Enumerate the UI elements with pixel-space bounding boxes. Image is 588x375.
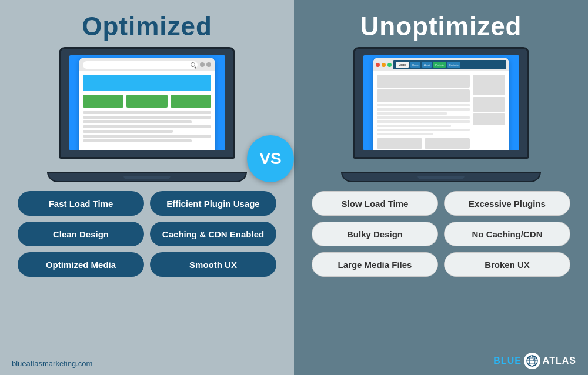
- content-text-lines: [83, 111, 211, 142]
- nav-dot-yellow: [382, 63, 386, 67]
- nav-logo: Logo: [396, 62, 409, 68]
- laptop-base-right: [341, 172, 541, 182]
- badge-large-media: Large Media Files: [312, 252, 438, 277]
- green-bar-2: [126, 95, 167, 108]
- content-main-right: [377, 75, 470, 149]
- browser-search-left: [83, 61, 198, 69]
- nav-dot-green: [387, 63, 392, 67]
- nav-menu-bar: Logo Home About Portfolio Contacts: [393, 60, 506, 69]
- browser-content-right: [373, 71, 509, 150]
- main-text-6: [377, 125, 451, 127]
- main-text-8: [377, 133, 433, 135]
- browser-dots-left: [200, 62, 211, 67]
- bottom-block-2: [425, 138, 470, 149]
- main-text-3: [377, 112, 447, 115]
- badge-excessive-plugins: Excessive Plugins: [444, 191, 570, 216]
- right-panel: Unoptimized Logo Home About Portfolio: [294, 0, 588, 375]
- sidebar-block-2: [473, 97, 505, 112]
- optimized-badges-grid: Fast Load Time Efficient Plugin Usage Cl…: [12, 191, 282, 277]
- nav-about: About: [422, 62, 432, 68]
- green-bar-1: [83, 95, 123, 108]
- badge-optimized-media: Optimized Media: [18, 252, 144, 277]
- content-green-bars: [83, 95, 211, 108]
- unoptimized-laptop: Logo Home About Portfolio Contacts: [341, 47, 541, 182]
- text-line-4: [83, 125, 211, 128]
- vs-label: VS: [259, 149, 281, 168]
- content-sidebar-right: [473, 75, 505, 149]
- nav-contacts: Contacts: [447, 62, 460, 68]
- nav-dot-red: [376, 63, 380, 67]
- text-line-2: [83, 116, 211, 119]
- badge-no-caching: No Caching/CDN: [444, 222, 570, 246]
- badge-efficient-plugin: Efficient Plugin Usage: [150, 191, 276, 216]
- browser-bar-left: [79, 58, 215, 71]
- badge-slow-load: Slow Load Time: [312, 191, 438, 216]
- browser-mockup-right: Logo Home About Portfolio Contacts: [373, 58, 509, 150]
- laptop-screen-outer-left: [59, 47, 235, 159]
- logo-blue-text: BLUE: [493, 356, 522, 366]
- browser-nav-bar: Logo Home About Portfolio Contacts: [373, 58, 509, 71]
- laptop-screen-outer-right: Logo Home About Portfolio Contacts: [353, 47, 529, 159]
- browser-content-left: [79, 71, 215, 146]
- browser-mockup-left: [79, 58, 215, 150]
- badge-clean-design: Clean Design: [18, 222, 144, 246]
- right-title: Unoptimized: [360, 12, 522, 41]
- main-block-2: [377, 89, 470, 102]
- atlas-globe-icon: [524, 353, 540, 369]
- vs-circle: VS: [247, 135, 294, 182]
- text-line-6: [83, 135, 211, 138]
- main-block-1: [377, 75, 470, 88]
- unoptimized-badges-grid: Slow Load Time Excessive Plugins Bulky D…: [306, 191, 576, 277]
- optimized-laptop: [47, 47, 247, 182]
- text-line-5: [83, 130, 173, 133]
- sidebar-block-1: [473, 75, 505, 95]
- footer-logo: BLUE ATLAS: [493, 353, 576, 369]
- footer-url: blueatlasmarketing.com: [12, 359, 92, 368]
- left-panel: Optimized: [0, 0, 294, 375]
- badge-smooth-ux: Smooth UX: [150, 252, 276, 277]
- badge-broken-ux: Broken UX: [444, 252, 570, 277]
- main-text-2: [377, 108, 470, 111]
- laptop-base-left: [47, 172, 247, 182]
- green-bar-3: [171, 95, 211, 108]
- main-text-4: [377, 116, 470, 119]
- browser-dot-1: [200, 62, 205, 67]
- text-line-1: [83, 111, 211, 114]
- laptop-screen-inner-left: [69, 55, 225, 150]
- sidebar-block-3: [473, 113, 505, 125]
- badge-fast-load: Fast Load Time: [18, 191, 144, 216]
- badge-bulky-design: Bulky Design: [312, 222, 438, 246]
- left-title: Optimized: [82, 12, 212, 41]
- nav-portfolio: Portfolio: [433, 62, 446, 68]
- text-line-7: [83, 139, 192, 142]
- badge-caching-cdn: Caching & CDN Enabled: [150, 222, 276, 246]
- search-icon: [191, 62, 195, 67]
- text-line-3: [83, 120, 192, 123]
- logo-atlas-text: ATLAS: [543, 356, 576, 366]
- content-header-bar: [83, 75, 211, 91]
- browser-dot-2: [206, 62, 211, 67]
- bottom-block-1: [377, 138, 422, 149]
- main-text-1: [377, 104, 470, 106]
- main-text-5: [377, 120, 470, 123]
- nav-home: Home: [410, 62, 420, 68]
- main-text-7: [377, 129, 470, 131]
- blue-atlas-brand: BLUE ATLAS: [493, 353, 576, 369]
- laptop-screen-inner-right: Logo Home About Portfolio Contacts: [363, 55, 519, 150]
